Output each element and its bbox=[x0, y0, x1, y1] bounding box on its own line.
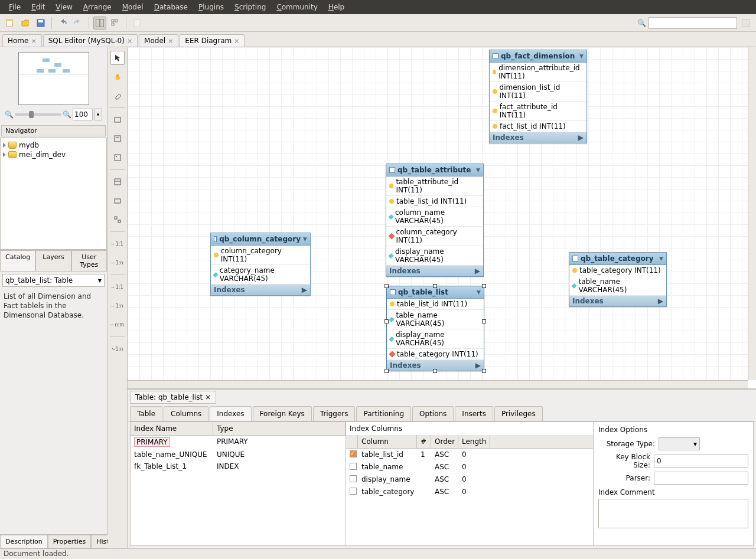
tab-sql-editor[interactable]: SQL Editor (MySQL-0)× bbox=[43, 34, 138, 47]
collapse-icon[interactable]: ▼ bbox=[579, 53, 584, 59]
close-icon[interactable]: × bbox=[168, 37, 173, 45]
table-qb-table-category[interactable]: qb_table_category▼ table_category INT(11… bbox=[569, 252, 667, 307]
collapse-icon[interactable]: ▼ bbox=[303, 236, 307, 242]
sidebar-tab-properties[interactable]: Properties bbox=[48, 535, 92, 548]
zoom-out-icon[interactable]: 🔍 bbox=[5, 110, 14, 119]
index-col-row[interactable]: table_nameASC0 bbox=[346, 461, 593, 473]
menu-scripting[interactable]: Scripting bbox=[229, 1, 271, 14]
zoom-in-icon[interactable]: 🔍 bbox=[63, 110, 71, 119]
catalog-tree[interactable]: mydb mei_dim_dev bbox=[0, 138, 107, 250]
hand-tool-icon[interactable]: ✋ bbox=[110, 70, 125, 84]
table-qb-table-attribute[interactable]: qb_table_attribute▼ table_attribute_id I… bbox=[386, 164, 484, 277]
pointer-tool-icon[interactable] bbox=[110, 51, 125, 65]
table-tool-icon[interactable] bbox=[110, 175, 125, 189]
search-input[interactable] bbox=[649, 17, 737, 29]
index-row[interactable]: table_name_UNIQUEUNIQUE bbox=[131, 449, 346, 460]
collapse-icon[interactable]: ▼ bbox=[659, 256, 663, 261]
new-file-icon[interactable] bbox=[4, 17, 17, 30]
tab-model[interactable]: Model× bbox=[139, 34, 178, 47]
menu-plugins[interactable]: Plugins bbox=[193, 1, 229, 14]
close-icon[interactable]: × bbox=[127, 37, 132, 45]
navigator-thumbnail[interactable] bbox=[18, 52, 89, 105]
key-block-size-input[interactable] bbox=[654, 455, 748, 468]
collapse-icon[interactable]: ▼ bbox=[477, 289, 481, 295]
editor-tab[interactable]: Table: qb_table_list× bbox=[130, 391, 216, 404]
rel-11-id-icon[interactable]: ─ 1:1 bbox=[110, 280, 125, 294]
align-icon[interactable] bbox=[109, 17, 122, 30]
menu-help[interactable]: Help bbox=[323, 1, 350, 14]
table-qb-column-category[interactable]: qb_column_category▼ column_category INT(… bbox=[210, 233, 311, 296]
index-row[interactable]: PRIMARYPRIMARY bbox=[131, 436, 346, 449]
index-col-row[interactable]: display_nameASC0 bbox=[346, 473, 593, 486]
subtab-table[interactable]: Table bbox=[130, 406, 162, 421]
redo-icon[interactable] bbox=[71, 17, 84, 30]
rel-existing-icon[interactable]: ⤷1:n bbox=[110, 342, 125, 356]
subtab-options[interactable]: Options bbox=[412, 406, 454, 421]
open-file-icon[interactable] bbox=[19, 17, 32, 30]
index-col-row[interactable]: table_list_id1ASC0 bbox=[346, 449, 593, 461]
subtab-triggers[interactable]: Triggers bbox=[313, 406, 356, 421]
layer-tool-icon[interactable] bbox=[110, 113, 125, 127]
menu-model[interactable]: Model bbox=[117, 1, 149, 14]
storage-type-combo[interactable]: ▾ bbox=[659, 437, 700, 450]
menu-community[interactable]: Community bbox=[271, 1, 322, 14]
undo-icon[interactable] bbox=[56, 17, 69, 30]
subtab-foreign-keys[interactable]: Foreign Keys bbox=[253, 406, 312, 421]
subtab-inserts[interactable]: Inserts bbox=[455, 406, 493, 421]
rel-1n-icon[interactable]: ─ 1:n bbox=[110, 256, 125, 270]
tab-home[interactable]: Home× bbox=[2, 34, 42, 47]
routine-tool-icon[interactable] bbox=[110, 213, 125, 227]
index-row[interactable]: fk_Table_List_1INDEX bbox=[131, 460, 346, 472]
svg-rect-14 bbox=[115, 155, 120, 161]
note-tool-icon[interactable] bbox=[110, 132, 125, 146]
checkbox-icon[interactable] bbox=[350, 463, 357, 470]
zoom-dropdown[interactable]: ▾ bbox=[94, 109, 102, 120]
close-icon[interactable]: × bbox=[205, 393, 211, 401]
subtab-privileges[interactable]: Privileges bbox=[494, 406, 543, 421]
object-selector[interactable]: qb_table_list: Table▾ bbox=[2, 274, 105, 287]
subtab-columns[interactable]: Columns bbox=[164, 406, 208, 421]
subtab-indexes[interactable]: Indexes bbox=[210, 406, 251, 421]
menu-view[interactable]: View bbox=[50, 1, 77, 14]
zoom-slider[interactable] bbox=[15, 113, 61, 116]
sidebar-tab-user-types[interactable]: User Types bbox=[71, 250, 107, 272]
menu-file[interactable]: File bbox=[4, 1, 26, 14]
checkbox-icon[interactable] bbox=[350, 475, 357, 482]
diagram-canvas[interactable]: qb_fact_dimension▼ dimension_attribute_i… bbox=[128, 47, 756, 389]
svg-rect-12 bbox=[115, 136, 120, 142]
checkbox-icon[interactable] bbox=[350, 488, 357, 495]
table-qb-table-list[interactable]: qb_table_list▼ table_list_id INT(11) tab… bbox=[386, 286, 484, 371]
horizontal-scrollbar[interactable] bbox=[128, 380, 748, 388]
sidebar-tab-description[interactable]: Description bbox=[0, 535, 48, 548]
tab-eer-diagram[interactable]: EER Diagram× bbox=[180, 34, 245, 47]
grid-icon[interactable] bbox=[93, 17, 106, 30]
table-qb-fact-dimension[interactable]: qb_fact_dimension▼ dimension_attribute_i… bbox=[489, 50, 587, 143]
checkbox-icon[interactable] bbox=[350, 450, 357, 457]
subtab-partitioning[interactable]: Partitioning bbox=[356, 406, 411, 421]
rel-1n-id-icon[interactable]: ─ 1:n bbox=[110, 299, 125, 313]
eraser-tool-icon[interactable] bbox=[110, 89, 125, 103]
tree-item-mydb[interactable]: mydb bbox=[3, 140, 104, 150]
tree-item-mei-dim-dev[interactable]: mei_dim_dev bbox=[3, 150, 104, 159]
vertical-scrollbar[interactable] bbox=[748, 47, 756, 380]
save-icon[interactable] bbox=[34, 17, 47, 30]
search-options-icon[interactable] bbox=[739, 17, 752, 30]
menu-arrange[interactable]: Arrange bbox=[78, 1, 117, 14]
view-tool-icon[interactable] bbox=[110, 194, 125, 208]
image-tool-icon[interactable] bbox=[110, 151, 125, 165]
rel-11-icon[interactable]: ─ 1:1 bbox=[110, 237, 125, 251]
collapse-icon[interactable]: ▼ bbox=[476, 167, 480, 173]
parser-input[interactable] bbox=[654, 472, 748, 485]
index-comment-input[interactable] bbox=[598, 499, 748, 528]
doc-icon[interactable] bbox=[131, 17, 144, 30]
menu-database[interactable]: Database bbox=[149, 1, 193, 14]
close-icon[interactable]: × bbox=[31, 37, 36, 45]
sidebar-tab-layers[interactable]: Layers bbox=[35, 250, 71, 272]
close-icon[interactable]: × bbox=[234, 37, 239, 45]
svg-rect-10 bbox=[742, 19, 750, 27]
rel-nm-icon[interactable]: ─ n:m bbox=[110, 318, 125, 332]
zoom-input[interactable] bbox=[73, 109, 93, 120]
index-col-row[interactable]: table_categoryASC0 bbox=[346, 486, 593, 498]
sidebar-tab-catalog[interactable]: Catalog bbox=[0, 250, 35, 272]
menu-edit[interactable]: Edit bbox=[26, 1, 50, 14]
